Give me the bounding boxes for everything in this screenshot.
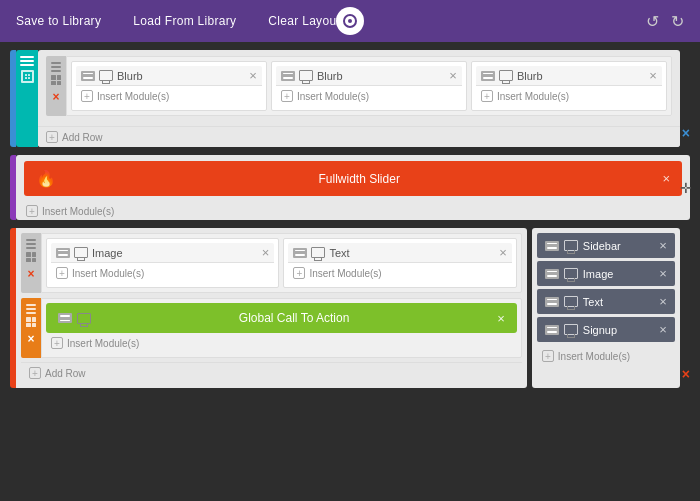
insert-plus-icon-2: + (281, 90, 293, 102)
sidebar-monitor-icon-3 (564, 296, 578, 307)
section-3-add-row[interactable]: + Add Row (21, 362, 522, 383)
row-1-body: Blurb × + Insert Module(s) (66, 56, 672, 116)
row-s3-2-handle[interactable]: × (21, 298, 41, 358)
section-1-teal-handle[interactable] (16, 50, 38, 147)
sidebar-module-list: Sidebar × Image × (537, 233, 675, 342)
clear-layout-button[interactable]: Clear Layout (268, 14, 340, 28)
row-delete-icon-s3-2[interactable]: × (27, 332, 34, 346)
fullwidth-fire-icon: 🔥 (36, 169, 56, 188)
section-3-main: × Image × (16, 228, 527, 388)
sidebar-module-label-3: Signup (583, 324, 617, 336)
sidebar-module-left-4: Signup (545, 324, 617, 336)
insert-plus-icon-3: + (481, 90, 493, 102)
section-2-body: 🔥 Fullwidth Slider × + Insert Module(s) (16, 155, 690, 220)
image-col-close[interactable]: × (262, 246, 270, 259)
column-1-close[interactable]: × (249, 69, 257, 82)
columns-row: Blurb × + Insert Module(s) (71, 61, 667, 111)
row-grid-icon-s3-2 (26, 317, 36, 327)
column-3-label: Blurb (517, 70, 543, 82)
main-area: × Blurb (0, 42, 700, 501)
insert-label-text: Insert Module(s) (309, 268, 381, 279)
list-item: Text × (537, 289, 675, 314)
insert-module-cta[interactable]: + Insert Module(s) (46, 333, 517, 353)
insert-plus-sidebar: + (542, 350, 554, 362)
section-1-delete-icon[interactable]: × (682, 125, 690, 141)
column-image-header: Image × (51, 243, 274, 263)
sidebar-module-label-2: Text (583, 296, 603, 308)
sidebar-list-icon-3 (545, 297, 559, 307)
row-s3-2-body: Global Call To Action × + Insert Module(… (41, 298, 522, 358)
insert-plus-icon-s2: + (26, 205, 38, 217)
top-toolbar: Save to Library Load From Library Clear … (0, 0, 700, 42)
sidebar-monitor-icon-2 (564, 268, 578, 279)
insert-module-s2[interactable]: + Insert Module(s) (16, 202, 690, 220)
section-1-body: × Blurb (38, 50, 680, 147)
sidebar-module-label-1: Image (583, 268, 614, 280)
insert-module-3[interactable]: + Insert Module(s) (476, 86, 662, 106)
row-grid-icon-s3-1 (26, 252, 36, 262)
list-item: Image × (537, 261, 675, 286)
row-delete-icon[interactable]: × (52, 90, 59, 104)
column-header-2: Blurb × (276, 66, 462, 86)
insert-label-cta: Insert Module(s) (67, 338, 139, 349)
insert-module-1[interactable]: + Insert Module(s) (76, 86, 262, 106)
section-1-delete: × (680, 50, 690, 147)
sidebar-close-2[interactable]: × (659, 294, 667, 309)
section-3-delete-icon[interactable]: × (682, 366, 690, 382)
global-cta-block[interactable]: Global Call To Action × (46, 303, 517, 333)
row-drag-icon (51, 62, 61, 72)
insert-module-label-3: Insert Module(s) (497, 91, 569, 102)
section-3-body: × Image × (16, 228, 680, 388)
sidebar-close-0[interactable]: × (659, 238, 667, 253)
column-header-left-3: Blurb (481, 70, 543, 82)
image-list-icon (56, 248, 70, 258)
insert-plus-image: + (56, 267, 68, 279)
section-3-delete: × (680, 228, 690, 388)
insert-module-text[interactable]: + Insert Module(s) (288, 263, 511, 283)
fullwidth-slider-block[interactable]: 🔥 Fullwidth Slider × (24, 161, 682, 196)
row-drag-icon-s3-1 (26, 239, 36, 249)
section-1-add-row[interactable]: + Add Row (38, 126, 680, 147)
undo-button[interactable]: ↺ (646, 12, 659, 31)
sidebar-monitor-icon-4 (564, 324, 578, 335)
module-list-icon-2 (281, 71, 295, 81)
column-header-1: Blurb × (76, 66, 262, 86)
insert-module-image[interactable]: + Insert Module(s) (51, 263, 274, 283)
sidebar-close-3[interactable]: × (659, 322, 667, 337)
sidebar-module-left-1: Sidebar (545, 240, 621, 252)
insert-module-sidebar[interactable]: + Insert Module(s) (537, 346, 675, 366)
cta-close[interactable]: × (497, 312, 505, 325)
column-2-close[interactable]: × (449, 69, 457, 82)
toolbar-left: Save to Library Load From Library Clear … (16, 14, 340, 28)
fullwidth-close[interactable]: × (662, 172, 670, 185)
insert-plus-icon: + (81, 90, 93, 102)
column-text-header: Text × (288, 243, 511, 263)
section-2-fullwidth-row: 🔥 Fullwidth Slider × (16, 155, 690, 202)
crosshair-icon[interactable]: ✛ (680, 180, 692, 196)
row-delete-icon-s3-1[interactable]: × (27, 267, 34, 281)
insert-module-2[interactable]: + Insert Module(s) (276, 86, 462, 106)
sidebar-module-left-2: Image (545, 268, 614, 280)
table-row: × Blurb (46, 56, 672, 116)
text-col-close[interactable]: × (499, 246, 507, 259)
column-blurb-1: Blurb × + Insert Module(s) (71, 61, 267, 111)
sidebar-list-icon-2 (545, 269, 559, 279)
add-row-plus-s3: + (29, 367, 41, 379)
module-monitor-icon-2 (299, 70, 313, 81)
column-3-close[interactable]: × (649, 69, 657, 82)
sidebar-module-label-0: Sidebar (583, 240, 621, 252)
text-col-label: Text (329, 247, 349, 259)
sidebar-close-1[interactable]: × (659, 266, 667, 281)
save-to-library-button[interactable]: Save to Library (16, 14, 101, 28)
redo-button[interactable]: ↻ (671, 12, 684, 31)
section-3: × Image × (10, 228, 690, 388)
center-logo-icon (336, 7, 364, 35)
row-s3-1-handle[interactable]: × (21, 233, 41, 293)
table-row: × Global Call To Action × + (21, 298, 522, 358)
row-1-handle[interactable]: × (46, 56, 66, 116)
cta-left (58, 313, 91, 324)
section-1-drag-icon (20, 56, 34, 66)
svg-point-1 (348, 19, 352, 23)
load-from-library-button[interactable]: Load From Library (133, 14, 236, 28)
row-s3-1-body: Image × + Insert Module(s) (41, 233, 522, 293)
